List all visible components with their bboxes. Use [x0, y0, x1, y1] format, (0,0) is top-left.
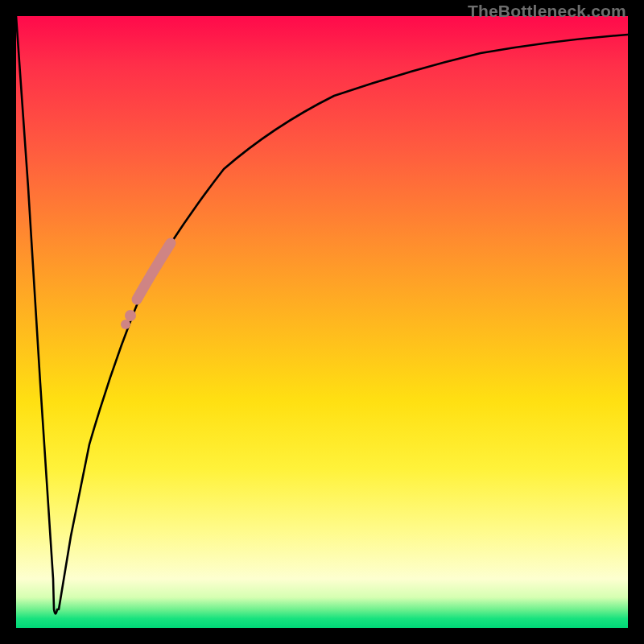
bottleneck-curve — [16, 16, 628, 614]
highlight-dot — [125, 310, 136, 321]
chart-container: TheBottleneck.com — [0, 0, 644, 644]
highlight-dot-2 — [121, 320, 130, 329]
watermark-text: TheBottleneck.com — [468, 2, 626, 21]
curve-layer — [16, 16, 628, 628]
highlight-segment — [137, 243, 171, 299]
plot-area — [16, 16, 628, 628]
